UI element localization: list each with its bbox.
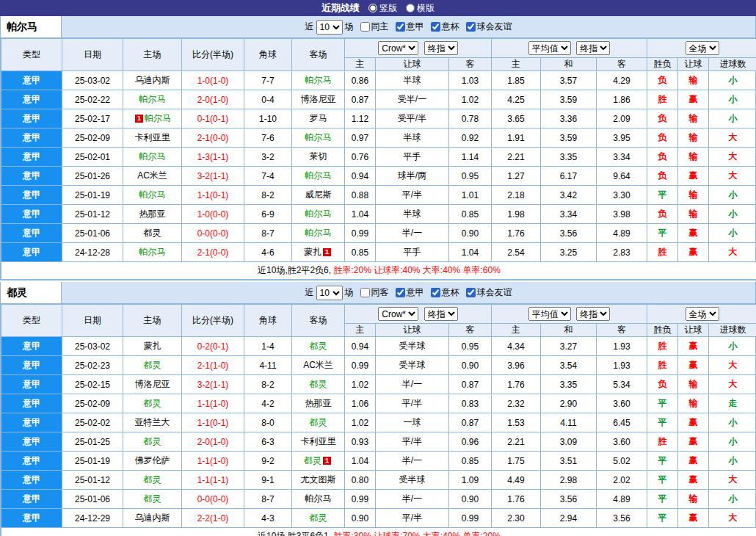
corners-cell: 7-4	[244, 167, 292, 186]
result-goals-cell: 小	[709, 109, 756, 128]
team-name[interactable]: 亚特兰大	[135, 417, 170, 427]
ah-line-cell: 半/一	[376, 490, 449, 509]
match-count-select[interactable]: 10	[316, 286, 343, 300]
red-card-badge: 1	[323, 457, 331, 465]
team-name[interactable]: 都灵	[310, 379, 327, 389]
team-name[interactable]: 帕尔马	[305, 228, 332, 238]
league-filter-serie-a[interactable]: 意甲	[391, 21, 424, 33]
score-cell: 0-2(0-1)	[182, 337, 244, 356]
team-name[interactable]: 卡利亚里	[135, 132, 170, 142]
date-cell: 25-03-02	[62, 337, 123, 356]
handicap-final-select[interactable]: 终指	[424, 307, 458, 321]
team-name[interactable]: 帕尔马	[305, 132, 332, 142]
team-name[interactable]: 热那亚	[139, 209, 166, 219]
average-odds-select[interactable]: 平均值	[528, 307, 571, 321]
europe-final-select[interactable]: 终指	[576, 41, 610, 55]
europe-final-select[interactable]: 终指	[576, 307, 610, 321]
team-name[interactable]: 帕尔马	[139, 94, 166, 104]
league-checkbox[interactable]	[431, 22, 440, 32]
match-row: 意甲25-02-15博洛尼亚3-2(1-1)8-2都灵1.02半/一0.871.…	[1, 375, 756, 394]
bookmaker-select[interactable]: Crow*	[378, 41, 418, 55]
team-name[interactable]: 罗马	[310, 113, 327, 123]
layout-horizontal-radio[interactable]	[406, 4, 415, 12]
league-checkbox[interactable]	[466, 22, 476, 32]
same-venue-checkbox[interactable]	[360, 288, 370, 297]
same-venue-filter[interactable]: 同客	[356, 286, 389, 299]
team-name[interactable]: 尤文图斯	[301, 474, 336, 485]
team-name[interactable]: 都灵	[144, 493, 161, 504]
result-goals-cell: 大	[709, 375, 756, 394]
team-name[interactable]: 乌迪内斯	[135, 513, 170, 523]
eu-away-odds-cell: 9.64	[597, 167, 647, 186]
away-team-cell: 帕尔马	[292, 205, 345, 224]
team-name[interactable]: 佛罗伦萨	[135, 455, 170, 466]
team-name[interactable]: 都灵	[144, 436, 161, 446]
league-checkbox[interactable]	[396, 288, 405, 297]
corners-cell: 7-7	[244, 71, 292, 90]
team-name[interactable]: 都灵	[304, 455, 321, 466]
team-name[interactable]: 都灵	[144, 474, 161, 485]
league-filter-friendly[interactable]: 球会友谊	[462, 21, 512, 33]
summary-record: 近10场,胜3平6负1,	[258, 531, 333, 536]
layout-vertical-option[interactable]: 竖版	[368, 2, 397, 15]
league-filter-friendly[interactable]: 球会友谊	[462, 286, 512, 299]
team-name[interactable]: 都灵	[144, 228, 161, 238]
team-name[interactable]: 乌迪内斯	[135, 75, 170, 85]
corners-cell: 4-6	[244, 243, 292, 262]
league-checkbox[interactable]	[431, 288, 440, 297]
result-handicap-cell: 赢	[678, 243, 709, 262]
same-venue-filter[interactable]: 同主	[356, 21, 389, 33]
col-header-date: 日期	[62, 39, 123, 71]
match-row: 意甲25-02-23都灵2-1(1-0)4-11AC米兰0.99受半球0.903…	[1, 356, 756, 375]
league-filter-coppa[interactable]: 意杯	[426, 21, 459, 33]
average-odds-select[interactable]: 平均值	[528, 41, 571, 55]
team-name[interactable]: 帕尔马	[305, 75, 332, 85]
league-cell: 意甲	[1, 394, 62, 413]
team-name[interactable]: 帕尔马	[145, 113, 171, 123]
corners-cell: 0-4	[244, 90, 292, 109]
team-name[interactable]: 帕尔马	[305, 493, 332, 504]
league-filter-serie-a[interactable]: 意甲	[391, 286, 424, 299]
ah-away-odds-cell: 1.14	[449, 148, 492, 167]
team-name[interactable]: 都灵	[310, 417, 327, 427]
team-name[interactable]: 帕尔马	[305, 209, 332, 219]
team-name[interactable]: 都灵	[310, 341, 327, 351]
home-team-cell: 都灵	[123, 432, 182, 452]
team-name[interactable]: AC米兰	[303, 360, 333, 370]
team-name[interactable]: 都灵	[144, 398, 161, 408]
handicap-final-select[interactable]: 终指	[424, 41, 458, 55]
result-goals-cell: 大	[709, 128, 756, 148]
league-filter-coppa[interactable]: 意杯	[426, 286, 459, 299]
scope-select[interactable]: 全场	[686, 307, 719, 321]
result-scope-header: 全场	[647, 305, 756, 324]
team-name[interactable]: 热那亚	[305, 398, 332, 408]
team-name[interactable]: 都灵	[310, 513, 327, 523]
match-count-select[interactable]: 10	[316, 20, 343, 35]
team-name[interactable]: 帕尔马	[139, 247, 166, 257]
layout-vertical-radio[interactable]	[368, 4, 377, 12]
team-name[interactable]: 蒙扎	[144, 341, 161, 351]
team-name[interactable]: 莱切	[310, 151, 327, 162]
match-filter-bar: 近 10 场 同主 意甲 意杯 球会友谊	[62, 16, 755, 37]
ah-home-odds-cell: 0.99	[345, 224, 376, 243]
team-name[interactable]: 博洛尼亚	[135, 379, 170, 389]
team-name[interactable]: 博洛尼亚	[301, 94, 336, 104]
team-name[interactable]: 帕尔马	[139, 189, 166, 200]
league-checkbox[interactable]	[466, 288, 476, 297]
league-checkbox[interactable]	[396, 22, 405, 32]
team-name[interactable]: AC米兰	[137, 170, 167, 181]
team-name[interactable]: 都灵	[144, 360, 161, 370]
same-venue-checkbox[interactable]	[360, 22, 370, 32]
team-name[interactable]: 帕尔马	[305, 170, 332, 181]
eu-away-odds-cell: 2.83	[597, 243, 647, 262]
layout-horizontal-option[interactable]: 横版	[406, 2, 435, 15]
home-team-cell: 蒙扎	[123, 337, 182, 356]
bookmaker-select[interactable]: Crow*	[378, 307, 418, 321]
team-name[interactable]: 威尼斯	[305, 189, 332, 200]
score-cell: 3-2(1-1)	[182, 375, 244, 394]
team-name[interactable]: 蒙扎	[304, 247, 321, 257]
team-name[interactable]: 帕尔马	[139, 151, 166, 162]
scope-select[interactable]: 全场	[686, 41, 719, 55]
handicap-odds-header: Crow* 终指	[345, 39, 492, 58]
team-name[interactable]: 卡利亚里	[301, 436, 336, 446]
